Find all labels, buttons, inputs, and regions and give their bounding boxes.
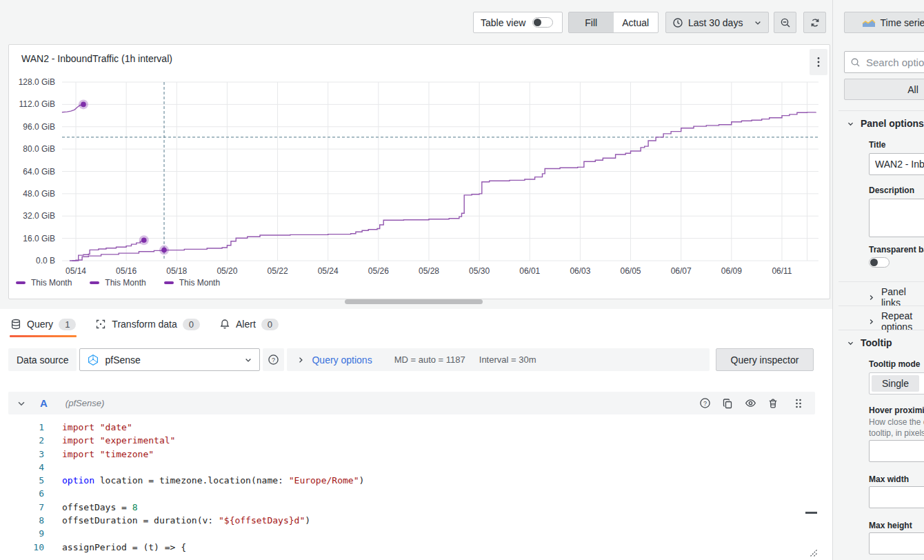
chevron-right-icon [867, 318, 875, 326]
drag-query-handle[interactable] [790, 395, 807, 412]
datasource-picker[interactable]: pfSense [79, 348, 260, 371]
search-icon [850, 57, 861, 68]
collapse-chevron-icon[interactable] [17, 399, 26, 408]
x-axis-tick: 06/01 [519, 266, 540, 275]
legend-item[interactable]: This Month [90, 278, 145, 288]
delete-query-button[interactable] [765, 395, 781, 412]
legend-series-label: This Month [105, 278, 145, 288]
tooltip-section-header[interactable]: Tooltip [847, 337, 892, 348]
query-help-button[interactable]: ? [696, 395, 713, 412]
title-field-label: Title [869, 140, 885, 150]
query-inspector-button[interactable]: Query inspector [716, 348, 814, 371]
panel-type-picker[interactable]: Time series [844, 12, 924, 33]
help-icon: ? [699, 397, 711, 409]
max-height-input[interactable] [869, 532, 924, 554]
code-token: import "experimental" [62, 435, 175, 446]
transparent-bg-toggle[interactable] [869, 257, 890, 268]
code-line[interactable]: 4 [8, 461, 815, 474]
tab-alert[interactable]: Alert 0 [219, 310, 279, 338]
zoom-out-button[interactable] [774, 12, 796, 33]
code-line[interactable]: 8offsetDuration = duration(v: "${offsetD… [8, 514, 815, 527]
query-options-link[interactable]: Query options [312, 354, 372, 366]
tooltip-mode-single[interactable]: Single [872, 375, 919, 392]
interval-text: Interval = 30m [479, 354, 536, 365]
hover-proximity-label: Hover proximity [869, 406, 924, 415]
x-axis-tick: 05/24 [318, 266, 339, 275]
line-number: 4 [8, 461, 44, 474]
resize-grip-icon [809, 548, 818, 557]
flux-code-editor[interactable]: 1import "date"2import "experimental"3imp… [8, 415, 815, 560]
code-line[interactable]: 5option location = timezone.location(nam… [8, 474, 815, 487]
timeseries-panel-icon [862, 18, 876, 28]
code-text: assignPeriod = (t) => { [44, 541, 186, 554]
editor-collapse-handle[interactable] [805, 512, 817, 514]
filter-all-button[interactable]: All [844, 79, 924, 100]
options-sidebar: Time series All Panel options Title Desc… [838, 0, 924, 560]
chevron-down-icon [847, 120, 854, 128]
panel-options-section-header[interactable]: Panel options [847, 118, 924, 129]
time-range-picker[interactable]: Last 30 days [665, 12, 769, 33]
legend-item[interactable]: This Month [16, 278, 72, 288]
description-field-input[interactable] [869, 199, 924, 237]
line-number: 1 [8, 421, 44, 434]
options-search-box [844, 51, 924, 73]
code-line[interactable]: 9 [8, 527, 815, 540]
transform-icon [95, 319, 106, 330]
code-text: import "date" [44, 421, 132, 434]
query-ref-id[interactable]: A [40, 397, 48, 409]
panel-options-title: Panel options [861, 118, 924, 129]
y-axis-tick: 32.0 GiB [23, 211, 55, 221]
actual-option[interactable]: Actual [614, 12, 659, 32]
table-view-toggle[interactable] [532, 17, 553, 28]
code-line[interactable]: 10assignPeriod = (t) => { [8, 541, 815, 554]
code-text: offsetDays = 8 [44, 501, 138, 514]
eye-icon [745, 397, 756, 409]
options-search-input[interactable] [865, 56, 924, 69]
series-line [70, 240, 144, 261]
tab-transform-label: Transform data [112, 319, 177, 330]
tab-transform-badge: 0 [183, 319, 200, 330]
code-token: ) [305, 515, 310, 526]
chevron-right-icon[interactable] [297, 356, 305, 364]
tooltip-title: Tooltip [861, 337, 892, 348]
x-axis-tick: 06/03 [570, 266, 590, 275]
datasource-help-button[interactable]: ? [263, 348, 284, 371]
horizontal-scrollbar-thumb[interactable] [345, 299, 483, 304]
y-axis-tick: 112.0 GiB [19, 99, 55, 109]
point-marker [161, 248, 167, 253]
panel-menu-button[interactable] [810, 49, 827, 75]
bell-icon [219, 319, 230, 330]
tab-alert-badge: 0 [261, 319, 279, 330]
line-number: 8 [8, 514, 44, 527]
x-axis-tick: 05/18 [166, 266, 187, 275]
editor-resize-handle[interactable] [809, 548, 818, 557]
code-line[interactable]: 1import "date" [8, 421, 815, 434]
code-line[interactable]: 2import "experimental" [8, 434, 815, 447]
max-width-input[interactable] [869, 486, 924, 508]
query-datasource-hint: (pfSense) [66, 398, 104, 408]
duplicate-query-button[interactable] [719, 395, 736, 412]
toggle-visibility-button[interactable] [742, 395, 759, 412]
tab-query[interactable]: Query 1 [10, 310, 77, 338]
title-field-input[interactable] [869, 153, 924, 175]
y-axis-tick: 64.0 GiB [23, 167, 55, 177]
legend-item[interactable]: This Month [164, 278, 220, 288]
table-view-control: Table view [473, 12, 563, 33]
code-line[interactable]: 3import "timezone" [8, 448, 815, 461]
timeseries-plot: 128.0 GiB112.0 GiB96.0 GiB80.0 GiB64.0 G… [10, 74, 823, 275]
refresh-button[interactable] [803, 12, 826, 33]
fill-option[interactable]: Fill [569, 12, 614, 32]
chevron-right-icon [867, 294, 875, 301]
x-axis-tick: 06/05 [621, 266, 641, 275]
point-marker [141, 237, 147, 243]
code-line[interactable]: 6 [8, 487, 815, 500]
tooltip-mode-label: Tooltip mode [869, 359, 920, 369]
code-line[interactable]: 7offsetDays = 8 [8, 501, 815, 514]
tab-transform-data[interactable]: Transform data 0 [94, 310, 201, 338]
y-axis-tick: 80.0 GiB [23, 144, 55, 154]
panel-wan2-inbound: WAN2 - InboundTraffic (1h interval) 128.… [8, 44, 830, 299]
tab-query-label: Query [27, 319, 53, 330]
x-axis-tick: 05/20 [217, 266, 237, 275]
hover-proximity-input[interactable] [869, 440, 924, 462]
code-token: "${offsetDays}d" [219, 515, 305, 526]
